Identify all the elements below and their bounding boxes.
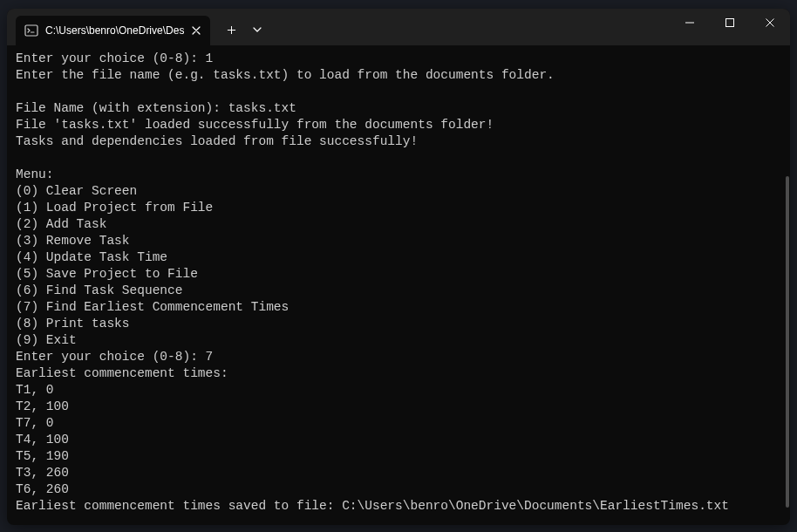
tab-close-button[interactable] bbox=[189, 24, 203, 38]
tab-dropdown-button[interactable] bbox=[245, 16, 269, 44]
scrollbar-thumb[interactable] bbox=[786, 176, 789, 508]
window-controls bbox=[670, 9, 790, 37]
new-tab-button[interactable] bbox=[217, 16, 245, 44]
active-tab[interactable]: C:\Users\benro\OneDrive\Des bbox=[16, 16, 210, 45]
maximize-button[interactable] bbox=[710, 9, 750, 37]
terminal-window: C:\Users\benro\OneDrive\Des bbox=[7, 9, 790, 525]
titlebar: C:\Users\benro\OneDrive\Des bbox=[7, 9, 790, 45]
terminal-body[interactable]: Enter your choice (0-8): 1 Enter the fil… bbox=[7, 45, 790, 525]
terminal-icon bbox=[24, 24, 38, 38]
svg-rect-0 bbox=[25, 25, 37, 36]
terminal-output: Enter your choice (0-8): 1 Enter the fil… bbox=[16, 51, 781, 515]
close-window-button[interactable] bbox=[750, 9, 790, 37]
svg-rect-3 bbox=[726, 19, 734, 27]
tab-title: C:\Users\benro\OneDrive\Des bbox=[45, 24, 184, 37]
minimize-button[interactable] bbox=[670, 9, 710, 37]
